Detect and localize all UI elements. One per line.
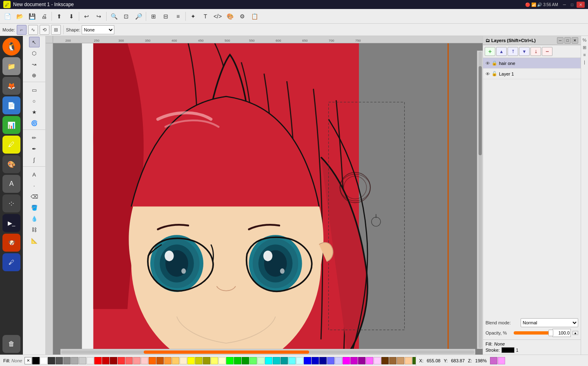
app-icon-main[interactable]: 🐧 [2,38,20,56]
palette-color-0[interactable] [32,357,40,364]
horizontal-scrollbar[interactable] [60,349,475,355]
palette-color-28[interactable] [249,357,257,364]
spiral-tool-btn[interactable]: 🌀 [29,118,40,128]
remove-layer-btn[interactable]: − [542,47,552,56]
ellipse-tool-btn[interactable]: ○ [29,96,40,106]
palette-color-5[interactable] [71,357,78,364]
palette-color-29[interactable] [257,357,265,364]
app-icon-inkscape[interactable]: 🖊 [2,136,20,154]
palette-color-26[interactable] [234,357,241,364]
snap-btn-3[interactable]: ≡ [581,51,588,58]
palette-color-6[interactable] [79,357,86,364]
palette-color-11[interactable] [118,357,125,364]
doc-props-btn[interactable]: 📋 [249,11,260,22]
palette-color-30[interactable] [265,357,272,364]
redo-btn[interactable]: ↪ [93,11,105,22]
add-layer-btn[interactable]: + [485,47,495,56]
hscroll-thumb[interactable] [144,350,309,354]
zoom-fit-btn[interactable]: ⊡ [120,11,132,22]
mode-btn-4[interactable]: ⊞ [51,25,61,35]
raise-layer-btn[interactable]: ▲ [496,47,507,56]
palette-color-7[interactable] [87,357,94,364]
mode-btn-1[interactable]: ⌐ [17,25,27,35]
palette-color-3[interactable] [56,357,63,364]
layer-lock-hair[interactable]: 🔒 [492,60,497,66]
vscroll-track[interactable] [479,51,482,348]
palette-color-38[interactable] [327,357,334,364]
palette-color-45[interactable] [381,357,389,364]
palette-color-13[interactable] [133,357,140,364]
opacity-slider-thumb[interactable] [548,330,553,336]
palette-color-8[interactable] [94,357,102,364]
connector-tool-btn[interactable]: ⛓ [29,224,40,235]
palette-color-35[interactable] [304,357,311,364]
export-btn[interactable]: ⬇ [66,11,77,22]
palette-color-41[interactable] [350,357,358,364]
pen-tool-btn[interactable]: ✒ [29,143,40,154]
layer-item-hair-one[interactable]: 👁 🔒 hair one [483,58,581,69]
layer-item-layer1[interactable]: 👁 🔓 Layer 1 [483,69,581,79]
snap-btn-2[interactable]: ⊞ [581,44,588,51]
canvas-viewport[interactable] [53,43,483,355]
blend-mode-select[interactable]: Normal [521,318,578,327]
palette-color-27[interactable] [242,357,249,364]
layer-eye-hair[interactable]: 👁 [486,61,490,66]
hscroll-track[interactable] [61,350,474,354]
node-tool-btn[interactable]: ⬡ [29,48,40,58]
palette-color-31[interactable] [273,357,280,364]
palette-color-48[interactable] [405,357,412,364]
rect-tool-btn[interactable]: ▭ [29,85,40,95]
palette-color-60[interactable] [498,357,505,364]
maximize-btn[interactable]: □ [569,2,575,7]
layer-lock-1[interactable]: 🔓 [492,71,497,76]
app-icon-text[interactable]: A [2,175,20,193]
align-btn[interactable]: ≡ [172,11,184,22]
palette-color-42[interactable] [358,357,365,364]
close-btn[interactable]: ✕ [577,2,585,8]
measure-tool-btn[interactable]: 📐 [29,235,40,246]
palette-color-1[interactable] [40,357,47,364]
palette-color-25[interactable] [226,357,234,364]
open-btn[interactable]: 📂 [14,11,25,22]
undo-btn[interactable]: ↩ [81,11,92,22]
pencil-tool-btn[interactable]: ✏ [29,132,40,143]
palette-color-40[interactable] [343,357,350,364]
palette-color-43[interactable] [366,357,373,364]
palette-color-9[interactable] [102,357,109,364]
palette-color-20[interactable] [187,357,195,364]
lower-layer-btn[interactable]: ▼ [519,47,530,56]
print-btn[interactable]: 🖨 [38,11,50,22]
group-btn[interactable]: ⊞ [148,11,159,22]
app-icon-docs[interactable]: 📄 [2,96,20,114]
opacity-value-input[interactable]: 100.0 [552,329,571,337]
zoom-tool-btn[interactable]: ⊕ [29,70,40,80]
app-icon-term[interactable]: ▶_ [2,214,20,232]
snap-btn-1[interactable]: % [581,37,588,43]
palette-color-10[interactable] [110,357,117,364]
minimize-btn[interactable]: ─ [561,2,568,7]
app-icon-paint[interactable]: 🎨 [2,155,20,173]
new-btn[interactable]: 📄 [2,11,13,22]
panel-close-btn[interactable]: ✕ [572,37,578,44]
app-icon-gimp[interactable]: 🐶 [2,234,20,252]
palette-color-17[interactable] [164,357,172,364]
panel-maximize-btn[interactable]: □ [564,37,571,44]
layer-eye-1[interactable]: 👁 [486,71,490,76]
eraser-tool-btn[interactable]: ⌫ [29,191,40,202]
eyedrop-tool-btn[interactable]: 💧 [29,213,40,224]
palette-color-37[interactable] [319,357,327,364]
canvas-area[interactable]: 200 250 300 350 400 450 500 550 600 650 … [46,36,483,355]
palette-color-21[interactable] [195,357,203,364]
fill-dialog-btn[interactable]: 🎨 [224,11,236,22]
mode-btn-2[interactable]: ∿ [28,25,38,35]
raise-layer-top-btn[interactable]: ⤒ [508,47,518,56]
lower-layer-bottom-btn[interactable]: ⤓ [530,47,541,56]
spray-tool-btn[interactable]: · [29,180,40,191]
zoom-in-btn[interactable]: 🔍 [108,11,120,22]
palette-color-23[interactable] [211,357,218,364]
app-icon-inkscape2[interactable]: 🖋 [2,253,20,271]
fill-tool-btn[interactable]: 🪣 [29,202,40,213]
mode-btn-3[interactable]: ⟲ [40,25,49,35]
palette-color-33[interactable] [288,357,296,364]
app-icon-browser[interactable]: 🦊 [2,77,20,95]
